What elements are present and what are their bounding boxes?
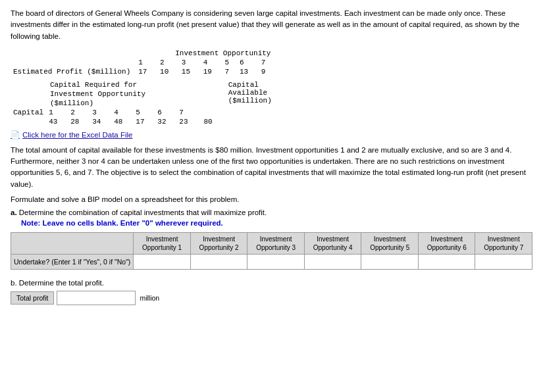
opp-input-cell-4[interactable] xyxy=(304,254,361,269)
opp-input-7[interactable] xyxy=(475,255,532,269)
cap-nums: 1 2 3 4 5 6 7 xyxy=(46,108,190,117)
profit-val-2: 10 xyxy=(157,67,179,76)
col-header-4: 4 xyxy=(201,58,222,67)
opp-table-wrapper: InvestmentOpportunity 1 InvestmentOpport… xyxy=(11,232,532,270)
opp-input-3[interactable] xyxy=(247,255,304,269)
opp-input-5[interactable] xyxy=(361,255,418,269)
excel-icon: 📄 xyxy=(11,130,20,139)
section-a: a. Determine the combination of capital … xyxy=(11,208,532,227)
total-profit-label: Total profit xyxy=(11,291,54,305)
col-header-3: 3 xyxy=(179,58,201,67)
cap-available-header: Capital Available ($million) xyxy=(215,80,274,108)
opp-input-cell-3[interactable] xyxy=(247,254,305,269)
opp-input-cell-1[interactable] xyxy=(134,254,191,269)
total-profit-input[interactable] xyxy=(57,291,136,305)
intro-paragraph: The board of directors of General Wheels… xyxy=(11,8,532,42)
opp-input-cell-6[interactable] xyxy=(418,254,475,269)
col-header-2: 2 xyxy=(157,58,179,67)
opp-table-empty-header xyxy=(11,232,134,254)
opp-col-header-1: InvestmentOpportunity 1 xyxy=(134,232,191,254)
section-a-text: Determine the combination of capital inv… xyxy=(19,208,267,216)
excel-link-text[interactable]: Click here for the Excel Data File xyxy=(22,131,132,139)
col-header-5: 5 xyxy=(222,58,237,67)
opp-input-2[interactable] xyxy=(191,255,247,269)
opp-input-cell-5[interactable] xyxy=(361,254,419,269)
formulate-paragraph: Formulate and solve a BIP model on a spr… xyxy=(11,195,532,203)
profit-val-4: 19 xyxy=(201,67,222,76)
section-a-note: Note: Leave no cells blank. Enter "0" wh… xyxy=(11,219,532,227)
section-a-label: a. xyxy=(11,208,17,216)
opp-col-header-4: InvestmentOpportunity 4 xyxy=(304,232,361,254)
opp-table-row: Undertake? (Enter 1 if "Yes", 0 if "No") xyxy=(11,254,532,269)
section-b-label: b. xyxy=(11,279,17,287)
body-paragraph: The total amount of capital available fo… xyxy=(11,145,532,190)
section-b-title: b. Determine the total profit. xyxy=(11,279,532,287)
opp-table: InvestmentOpportunity 1 InvestmentOpport… xyxy=(11,232,532,270)
opp-col-header-3: InvestmentOpportunity 3 xyxy=(247,232,305,254)
capital-table: Capital Required for Capital Available (… xyxy=(11,80,274,126)
opp-col-header-7: InvestmentOpportunity 7 xyxy=(475,232,532,254)
section-b: b. Determine the total profit. Total pro… xyxy=(11,279,532,305)
opp-input-6[interactable] xyxy=(419,255,475,269)
inv-opp-header: Investment Opportunity xyxy=(136,49,273,58)
undertake-label: Undertake? (Enter 1 if "Yes", 0 if "No") xyxy=(11,254,134,269)
profit-val-5: 7 xyxy=(222,67,237,76)
profit-val-7: 9 xyxy=(259,67,274,76)
col-header-1: 1 xyxy=(136,58,157,67)
estimated-profit-label: Estimated Profit ($million) xyxy=(11,67,136,76)
million-label: million xyxy=(140,294,159,302)
total-profit-row: Total profit million xyxy=(11,291,532,305)
col-header-6: 6 xyxy=(237,58,259,67)
opp-input-1[interactable] xyxy=(134,255,190,269)
col-header-7: 7 xyxy=(259,58,274,67)
opp-input-cell-7[interactable] xyxy=(475,254,532,269)
investment-table: Investment Opportunity 1 2 3 4 5 6 7 Est… xyxy=(11,49,273,76)
cap-req-header1: Capital Required for xyxy=(11,80,215,89)
opp-col-header-5: InvestmentOpportunity 5 xyxy=(361,232,419,254)
investment-table-section: Investment Opportunity 1 2 3 4 5 6 7 Est… xyxy=(11,49,532,126)
profit-val-6: 13 xyxy=(237,67,259,76)
cap-vals: 43 28 34 48 17 32 23 xyxy=(46,117,190,126)
opp-input-4[interactable] xyxy=(305,255,361,269)
cap-req-header2: Investment Opportunity xyxy=(11,89,215,99)
cap-available-val: 80 xyxy=(191,117,215,126)
excel-link[interactable]: 📄 Click here for the Excel Data File xyxy=(11,130,532,139)
section-a-title: a. Determine the combination of capital … xyxy=(11,208,532,216)
capital-section: Capital Required for Capital Available (… xyxy=(11,80,532,126)
capital-label: Capital xyxy=(11,108,46,117)
section-b-text: Determine the total profit. xyxy=(19,279,104,287)
profit-val-1: 17 xyxy=(136,67,157,76)
cap-req-header3: ($million) xyxy=(11,99,215,108)
profit-val-3: 15 xyxy=(179,67,201,76)
opp-col-header-6: InvestmentOpportunity 6 xyxy=(418,232,475,254)
opp-col-header-2: InvestmentOpportunity 2 xyxy=(190,232,247,254)
opp-input-cell-2[interactable] xyxy=(190,254,247,269)
